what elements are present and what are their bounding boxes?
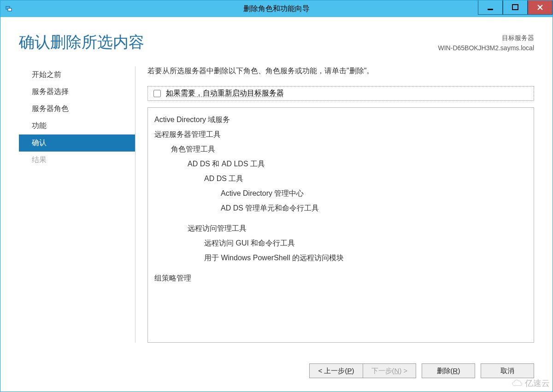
- wizard-steps-sidebar: 开始之前 服务器选择 服务器角色 功能 确认 结果: [19, 66, 135, 343]
- step-before-begin[interactable]: 开始之前: [19, 66, 135, 83]
- minimize-button[interactable]: [478, 0, 503, 15]
- restart-checkbox-row[interactable]: 如果需要，自动重新启动目标服务器: [147, 86, 534, 101]
- step-confirmation[interactable]: 确认: [19, 135, 135, 152]
- list-item: AD DS 管理单元和命令行工具: [221, 201, 527, 216]
- list-item: 远程访问 GUI 和命令行工具: [204, 236, 527, 251]
- list-item: 组策略管理: [154, 271, 527, 286]
- restart-checkbox-label: 如果需要，自动重新启动目标服务器: [166, 88, 284, 98]
- wizard-window: 删除角色和功能向导 确认删除所选内容 目标服务器 WIN-D65BOKJH3M2…: [0, 0, 553, 392]
- page-heading: 确认删除所选内容: [19, 33, 144, 52]
- instruction-text: 若要从所选服务器中删除以下角色、角色服务或功能，请单击"删除"。: [147, 66, 534, 76]
- removal-items-panel[interactable]: Active Directory 域服务 远程服务器管理工具 角色管理工具 AD…: [147, 107, 534, 343]
- list-item: 用于 Windows PowerShell 的远程访问模块: [204, 251, 527, 265]
- step-features[interactable]: 功能: [19, 117, 135, 135]
- list-item: Active Directory 域服务: [154, 112, 527, 127]
- maximize-icon: [512, 4, 518, 11]
- list-item: Active Directory 管理中心: [221, 186, 527, 201]
- header-row: 确认删除所选内容 目标服务器 WIN-D65BOKJH3M2.sayms.loc…: [19, 33, 534, 53]
- remove-button[interactable]: 删除(R): [422, 363, 475, 378]
- svg-rect-2: [488, 9, 493, 10]
- previous-button[interactable]: < 上一步(P): [309, 363, 363, 378]
- list-item: AD DS 和 AD LDS 工具: [188, 157, 527, 171]
- window-title: 删除角色和功能向导: [0, 4, 553, 14]
- target-server-label: 目标服务器: [438, 33, 535, 43]
- close-icon: [537, 4, 543, 11]
- list-item: 远程服务器管理工具: [154, 127, 527, 142]
- wizard-body: 确认删除所选内容 目标服务器 WIN-D65BOKJH3M2.sayms.loc…: [0, 17, 553, 392]
- list-item: AD DS 工具: [204, 171, 527, 186]
- window-controls: [478, 0, 553, 17]
- restart-checkbox[interactable]: [153, 90, 161, 97]
- minimize-icon: [487, 4, 494, 11]
- content-pane: 若要从所选服务器中删除以下角色、角色服务或功能，请单击"删除"。 如果需要，自动…: [135, 66, 534, 343]
- app-icon: [5, 4, 14, 13]
- nav-button-group: < 上一步(P) 下一步(N) >: [309, 363, 416, 378]
- titlebar[interactable]: 删除角色和功能向导: [0, 0, 553, 17]
- svg-rect-3: [512, 5, 518, 10]
- close-button[interactable]: [528, 0, 553, 15]
- target-server-name: WIN-D65BOKJH3M2.sayms.local: [438, 43, 535, 53]
- cancel-button[interactable]: 取消: [481, 363, 534, 378]
- step-server-roles[interactable]: 服务器角色: [19, 100, 135, 117]
- list-item: 远程访问管理工具: [188, 221, 527, 236]
- step-server-selection[interactable]: 服务器选择: [19, 83, 135, 100]
- svg-rect-1: [8, 8, 12, 11]
- list-item: 角色管理工具: [171, 142, 527, 157]
- step-results: 结果: [19, 152, 135, 169]
- next-button: 下一步(N) >: [363, 363, 416, 378]
- wizard-footer: < 上一步(P) 下一步(N) > 删除(R) 取消: [19, 359, 534, 382]
- main-row: 开始之前 服务器选择 服务器角色 功能 确认 结果 若要从所选服务器中删除以下角…: [19, 66, 534, 343]
- maximize-button[interactable]: [503, 0, 528, 15]
- target-server-box: 目标服务器 WIN-D65BOKJH3M2.sayms.local: [438, 33, 535, 53]
